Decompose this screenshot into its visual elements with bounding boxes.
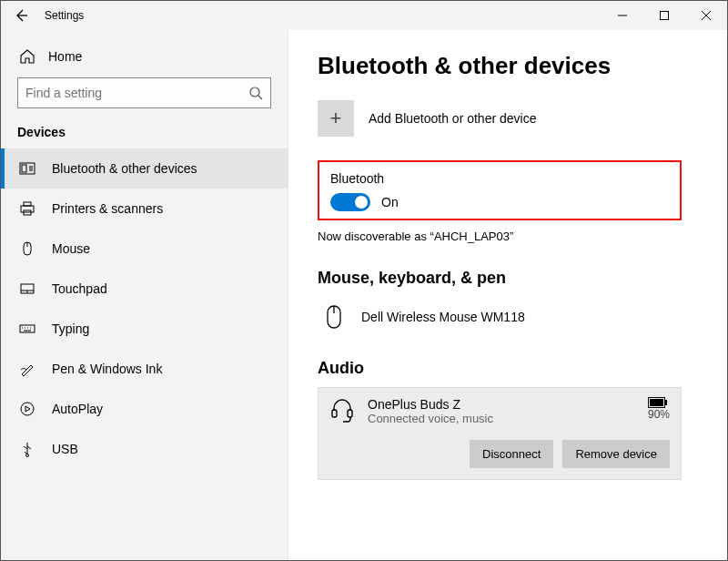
sidebar-item-touchpad[interactable]: Touchpad — [1, 269, 288, 309]
search-input[interactable] — [25, 86, 248, 100]
svg-rect-14 — [348, 410, 352, 417]
svg-rect-13 — [332, 410, 337, 417]
sidebar-item-pen[interactable]: Pen & Windows Ink — [1, 349, 288, 389]
sidebar-item-label: USB — [52, 442, 78, 456]
search-box[interactable] — [17, 77, 271, 108]
sidebar-item-label: Bluetooth & other devices — [52, 161, 197, 176]
page-title: Bluetooth & other devices — [318, 52, 720, 80]
sidebar-item-label: Printers & scanners — [52, 201, 163, 216]
group-audio-title: Audio — [318, 359, 720, 378]
disconnect-button[interactable]: Disconnect — [470, 440, 553, 468]
svg-rect-16 — [650, 399, 663, 406]
sidebar: Home Devices Bluetooth & other devices P… — [1, 30, 288, 561]
sidebar-item-typing[interactable]: Typing — [1, 309, 288, 349]
audio-device-card[interactable]: OnePlus Buds Z Connected voice, music 90… — [318, 387, 682, 480]
sidebar-item-label: Pen & Windows Ink — [52, 362, 162, 376]
pen-icon — [19, 361, 35, 377]
svg-rect-9 — [20, 325, 35, 332]
mouse-device-name: Dell Wireless Mouse WM118 — [361, 310, 525, 324]
svg-rect-3 — [22, 165, 26, 172]
sidebar-item-autoplay[interactable]: AutoPlay — [1, 389, 288, 429]
search-icon — [248, 86, 263, 100]
svg-rect-5 — [24, 202, 31, 206]
audio-device-status: Connected voice, music — [368, 412, 635, 425]
add-device-button[interactable]: + Add Bluetooth or other device — [318, 100, 720, 137]
minimize-button[interactable] — [602, 1, 643, 30]
sidebar-item-usb[interactable]: USB — [1, 429, 288, 469]
bluetooth-icon — [19, 160, 35, 177]
maximize-button[interactable] — [643, 1, 685, 30]
home-label: Home — [48, 49, 82, 64]
sidebar-item-label: Touchpad — [52, 281, 107, 296]
titlebar: Settings — [1, 1, 727, 30]
close-icon — [702, 11, 711, 20]
svg-point-1 — [250, 87, 259, 97]
svg-point-11 — [26, 454, 29, 457]
bluetooth-toggle[interactable] — [330, 193, 370, 211]
sidebar-section-header: Devices — [1, 121, 288, 148]
bluetooth-toggle-state: On — [381, 195, 399, 209]
sidebar-item-label: AutoPlay — [52, 402, 103, 416]
touchpad-icon — [19, 280, 35, 297]
autoplay-icon — [19, 401, 35, 417]
svg-rect-0 — [661, 12, 669, 20]
bluetooth-header: Bluetooth — [330, 171, 669, 186]
discoverable-text: Now discoverable as “AHCH_LAP03” — [318, 230, 720, 243]
plus-icon: + — [318, 100, 354, 137]
sidebar-item-label: Typing — [52, 321, 89, 336]
sidebar-item-bluetooth[interactable]: Bluetooth & other devices — [1, 148, 288, 189]
sidebar-item-printers[interactable]: Printers & scanners — [1, 189, 288, 229]
maximize-icon — [660, 11, 669, 20]
keyboard-icon — [19, 321, 35, 337]
sidebar-item-label: Mouse — [52, 241, 90, 256]
battery-percent: 90% — [648, 408, 670, 421]
back-arrow-icon — [14, 8, 28, 23]
main-content: Bluetooth & other devices + Add Bluetoot… — [288, 30, 727, 561]
mouse-icon — [19, 240, 35, 257]
home-icon — [19, 48, 35, 65]
minimize-icon — [618, 11, 627, 20]
svg-rect-17 — [665, 400, 667, 405]
remove-device-button[interactable]: Remove device — [562, 440, 670, 468]
group-mouse-title: Mouse, keyboard, & pen — [318, 269, 720, 288]
add-device-label: Add Bluetooth or other device — [369, 111, 536, 126]
headset-icon — [329, 397, 355, 423]
bluetooth-highlight: Bluetooth On — [318, 160, 682, 220]
close-button[interactable] — [685, 1, 727, 30]
mouse-device-icon — [324, 304, 344, 330]
back-button[interactable] — [1, 1, 41, 30]
home-link[interactable]: Home — [1, 43, 288, 77]
window-title: Settings — [41, 9, 84, 22]
audio-device-name: OnePlus Buds Z — [368, 397, 635, 412]
printer-icon — [19, 200, 35, 217]
usb-icon — [19, 441, 35, 457]
battery-icon — [648, 397, 668, 408]
svg-rect-4 — [21, 206, 34, 212]
sidebar-item-mouse[interactable]: Mouse — [1, 229, 288, 269]
device-row-mouse[interactable]: Dell Wireless Mouse WM118 — [318, 297, 720, 346]
svg-point-10 — [21, 403, 34, 415]
